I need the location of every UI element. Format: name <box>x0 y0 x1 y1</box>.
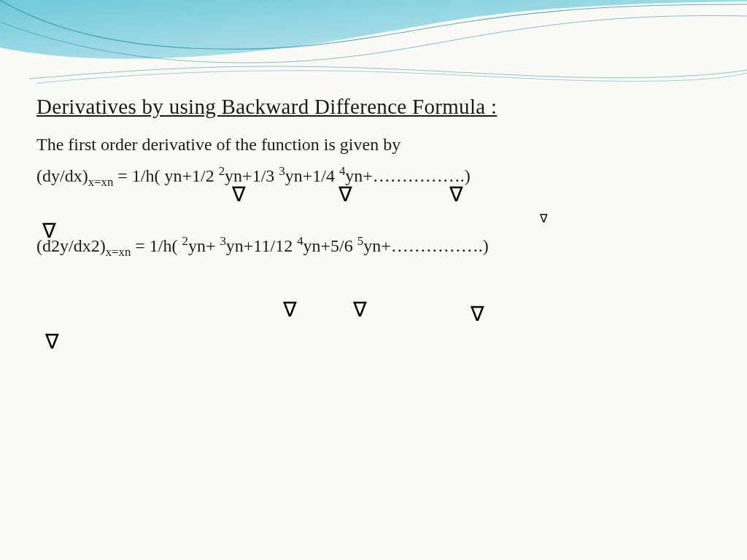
nabla-icon: ∇ <box>45 330 59 354</box>
nabla-icon: ∇ <box>449 182 463 206</box>
formula-second-order: (d2y/dx2)x=xn = 1/h( 2yn+ 3yn+11/12 4yn+… <box>36 232 711 261</box>
nabla-icon: ∇ <box>353 298 367 322</box>
slide-title: Derivatives by using Backward Difference… <box>36 95 711 119</box>
f2-eq: = 1/h( <box>131 236 182 255</box>
f1-s3: 3 <box>279 164 285 178</box>
f1-s2: 2 <box>219 164 225 178</box>
intro-text: The first order derivative of the functi… <box>36 132 711 158</box>
f1-lhs: (dy/dx) <box>36 166 88 185</box>
f2-p4: yn+5/6 <box>303 236 357 255</box>
f2-p3: yn+11/12 <box>226 236 297 255</box>
nabla-icon: ∇ <box>338 182 352 206</box>
nabla-icon: ∇ <box>42 219 56 243</box>
f2-s4: 4 <box>297 234 303 248</box>
decorative-header-swoosh <box>0 0 747 95</box>
f2-s3: 3 <box>220 234 225 248</box>
f1-eq: = 1/h( yn+1/2 <box>113 166 218 185</box>
nabla-icon: ∇ <box>283 298 297 322</box>
slide-content: Derivatives by using Backward Difference… <box>36 95 711 268</box>
nabla-icon: ∇ <box>232 182 246 206</box>
f2-p2: yn+ <box>188 236 220 255</box>
f2-p5: yn+…………….) <box>363 236 489 255</box>
formula-first-order: (dy/dx)x=xn = 1/h( yn+1/2 2yn+1/3 3yn+1/… <box>36 162 711 191</box>
f2-s5: 5 <box>357 234 363 248</box>
f2-s2: 2 <box>182 234 188 248</box>
nabla-icon: ∇ <box>540 211 548 225</box>
nabla-icon: ∇ <box>471 302 484 326</box>
f1-p3: yn+1/4 <box>285 166 339 185</box>
f1-sub: x=xn <box>88 175 114 189</box>
f2-sub: x=xn <box>106 245 131 259</box>
